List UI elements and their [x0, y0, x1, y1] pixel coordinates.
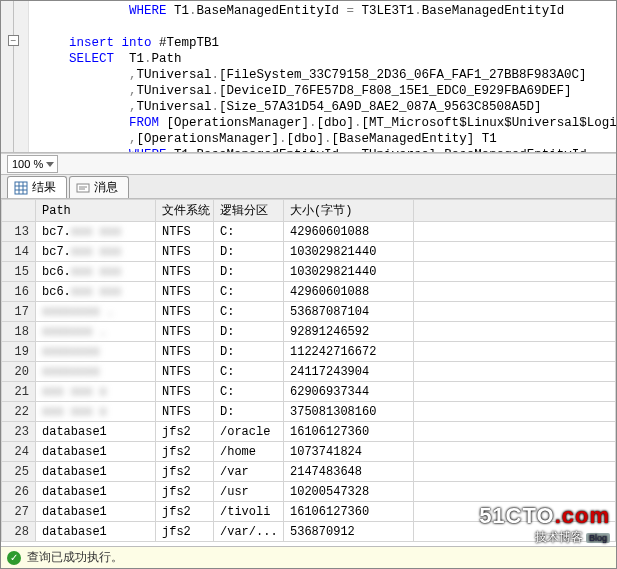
cell-extra[interactable] [414, 362, 616, 382]
cell-filesystem[interactable]: jfs2 [156, 462, 214, 482]
table-row[interactable]: 19xxxxxxxxNTFSD:112242716672 [2, 342, 616, 362]
cell-size[interactable]: 53687087104 [284, 302, 414, 322]
table-row[interactable]: 22xxx xxx xNTFSD:375081308160 [2, 402, 616, 422]
cell-path[interactable]: bc7.xxx xxx [36, 222, 156, 242]
cell-size[interactable]: 10200547328 [284, 482, 414, 502]
cell-size[interactable]: 24117243904 [284, 362, 414, 382]
cell-size[interactable]: 42960601088 [284, 282, 414, 302]
table-row[interactable]: 14bc7.xxx xxxNTFSD:103029821440 [2, 242, 616, 262]
results-grid-container[interactable]: Path 文件系统 逻辑分区 大小(字节) 13bc7.xxx xxxNTFSC… [1, 199, 616, 546]
cell-filesystem[interactable]: NTFS [156, 222, 214, 242]
cell-filesystem[interactable]: NTFS [156, 402, 214, 422]
col-header-part[interactable]: 逻辑分区 [214, 200, 284, 222]
cell-partition[interactable]: D: [214, 342, 284, 362]
cell-partition[interactable]: D: [214, 262, 284, 282]
cell-filesystem[interactable]: NTFS [156, 322, 214, 342]
cell-filesystem[interactable]: jfs2 [156, 442, 214, 462]
cell-size[interactable]: 42960601088 [284, 222, 414, 242]
col-header-rownum[interactable] [2, 200, 36, 222]
cell-partition[interactable]: D: [214, 402, 284, 422]
cell-partition[interactable]: C: [214, 302, 284, 322]
cell-extra[interactable] [414, 462, 616, 482]
cell-partition[interactable]: D: [214, 242, 284, 262]
cell-size[interactable]: 112242716672 [284, 342, 414, 362]
cell-size[interactable]: 2147483648 [284, 462, 414, 482]
cell-path[interactable]: database1 [36, 522, 156, 542]
cell-extra[interactable] [414, 382, 616, 402]
cell-extra[interactable] [414, 322, 616, 342]
cell-partition[interactable]: C: [214, 382, 284, 402]
col-header-fs[interactable]: 文件系统 [156, 200, 214, 222]
cell-filesystem[interactable]: jfs2 [156, 502, 214, 522]
table-row[interactable]: 16bc6.xxx xxxNTFSC:42960601088 [2, 282, 616, 302]
fold-toggle[interactable]: − [8, 35, 19, 46]
cell-filesystem[interactable]: NTFS [156, 342, 214, 362]
col-header-extra[interactable] [414, 200, 616, 222]
sql-editor[interactable]: − WHERE T1.BaseManagedEntityId = T3LE3T1… [1, 1, 616, 153]
cell-extra[interactable] [414, 302, 616, 322]
cell-extra[interactable] [414, 522, 616, 542]
cell-extra[interactable] [414, 342, 616, 362]
col-header-size[interactable]: 大小(字节) [284, 200, 414, 222]
cell-size[interactable]: 375081308160 [284, 402, 414, 422]
table-row[interactable]: 25database1jfs2/var2147483648 [2, 462, 616, 482]
cell-size[interactable]: 103029821440 [284, 242, 414, 262]
cell-partition[interactable]: D: [214, 322, 284, 342]
cell-partition[interactable]: /tivoli [214, 502, 284, 522]
cell-path[interactable]: xxxxxxxx [36, 342, 156, 362]
cell-extra[interactable] [414, 402, 616, 422]
col-header-path[interactable]: Path [36, 200, 156, 222]
table-row[interactable]: 24database1jfs2/home1073741824 [2, 442, 616, 462]
cell-partition[interactable]: C: [214, 282, 284, 302]
zoom-dropdown[interactable]: 100 % [7, 155, 58, 173]
cell-path[interactable]: xxxxxxxx . [36, 302, 156, 322]
cell-extra[interactable] [414, 422, 616, 442]
cell-extra[interactable] [414, 222, 616, 242]
cell-size[interactable]: 103029821440 [284, 262, 414, 282]
cell-partition[interactable]: /usr [214, 482, 284, 502]
table-row[interactable]: 23database1jfs2/oracle16106127360 [2, 422, 616, 442]
cell-partition[interactable]: C: [214, 362, 284, 382]
cell-size[interactable]: 16106127360 [284, 502, 414, 522]
cell-path[interactable]: xxx xxx x [36, 382, 156, 402]
cell-path[interactable]: bc6.xxx xxx [36, 262, 156, 282]
table-row[interactable]: 15bc6.xxx xxxNTFSD:103029821440 [2, 262, 616, 282]
cell-extra[interactable] [414, 482, 616, 502]
cell-size[interactable]: 92891246592 [284, 322, 414, 342]
cell-partition[interactable]: /var [214, 462, 284, 482]
cell-filesystem[interactable]: NTFS [156, 302, 214, 322]
cell-path[interactable]: xxxxxxx . [36, 322, 156, 342]
cell-size[interactable]: 1073741824 [284, 442, 414, 462]
cell-filesystem[interactable]: NTFS [156, 262, 214, 282]
table-row[interactable]: 21xxx xxx xNTFSC:62906937344 [2, 382, 616, 402]
cell-filesystem[interactable]: NTFS [156, 242, 214, 262]
cell-size[interactable]: 536870912 [284, 522, 414, 542]
table-row[interactable]: 20xxxxxxxxNTFSC:24117243904 [2, 362, 616, 382]
cell-path[interactable]: database1 [36, 482, 156, 502]
table-row[interactable]: 27database1jfs2/tivoli16106127360 [2, 502, 616, 522]
table-row[interactable]: 18xxxxxxx .NTFSD:92891246592 [2, 322, 616, 342]
cell-extra[interactable] [414, 502, 616, 522]
cell-extra[interactable] [414, 262, 616, 282]
cell-path[interactable]: database1 [36, 442, 156, 462]
cell-filesystem[interactable]: NTFS [156, 382, 214, 402]
code-area[interactable]: WHERE T1.BaseManagedEntityId = T3LE3T1.B… [29, 1, 616, 152]
tab-messages[interactable]: 消息 [69, 176, 129, 198]
cell-filesystem[interactable]: jfs2 [156, 422, 214, 442]
cell-extra[interactable] [414, 282, 616, 302]
tab-results[interactable]: 结果 [7, 176, 67, 198]
cell-extra[interactable] [414, 242, 616, 262]
cell-filesystem[interactable]: jfs2 [156, 522, 214, 542]
cell-path[interactable]: bc6.xxx xxx [36, 282, 156, 302]
cell-path[interactable]: database1 [36, 462, 156, 482]
cell-size[interactable]: 62906937344 [284, 382, 414, 402]
table-row[interactable]: 13bc7.xxx xxxNTFSC:42960601088 [2, 222, 616, 242]
cell-path[interactable]: xxxxxxxx [36, 362, 156, 382]
cell-path[interactable]: database1 [36, 422, 156, 442]
cell-filesystem[interactable]: NTFS [156, 282, 214, 302]
cell-partition[interactable]: /oracle [214, 422, 284, 442]
table-row[interactable]: 28database1jfs2/var/...536870912 [2, 522, 616, 542]
cell-partition[interactable]: /var/... [214, 522, 284, 542]
cell-path[interactable]: bc7.xxx xxx [36, 242, 156, 262]
table-row[interactable]: 17xxxxxxxx .NTFSC:53687087104 [2, 302, 616, 322]
